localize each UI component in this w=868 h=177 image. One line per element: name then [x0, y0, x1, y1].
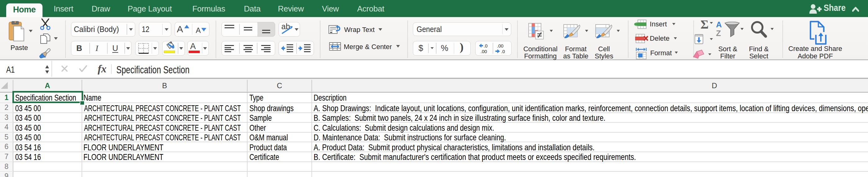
svg-text:.00: .00	[497, 43, 503, 49]
svg-text:.0: .0	[484, 43, 488, 49]
svg-text:.00: .00	[480, 49, 487, 54]
